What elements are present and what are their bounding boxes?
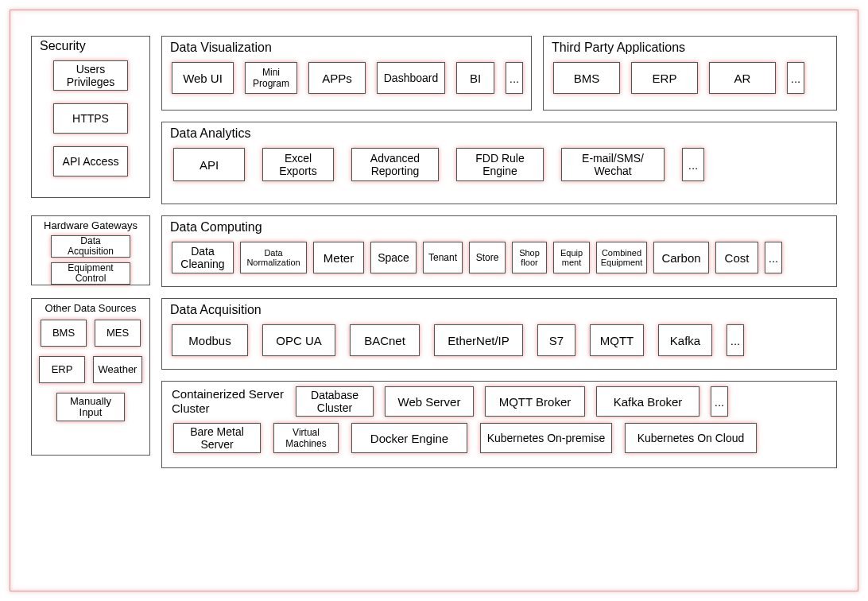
ods-manually-input: Manually Input	[56, 393, 125, 421]
dc-equipment: Equip ment	[553, 242, 590, 273]
viz-web-ui: Web UI	[172, 62, 234, 94]
sc-k8s-cloud: Kubernetes On Cloud	[625, 423, 757, 453]
daq-kafka: Kafka	[658, 324, 712, 356]
tp-more: ...	[787, 62, 804, 94]
sc-kafka-broker: Kafka Broker	[596, 386, 699, 417]
sc-docker-engine: Docker Engine	[351, 423, 467, 453]
viz-bi: BI	[456, 62, 494, 94]
dc-store: Store	[469, 242, 506, 273]
dc-more: ...	[765, 242, 782, 273]
dc-space: Space	[370, 242, 417, 273]
security-https: HTTPS	[53, 103, 128, 134]
server-cluster-panel: Containerized Server Cluster Database Cl…	[161, 381, 837, 468]
da-fdd: FDD Rule Engine	[456, 148, 544, 181]
security-api-access: API Access	[53, 146, 128, 176]
ods-bms: BMS	[41, 320, 87, 347]
ods-erp: ERP	[39, 356, 85, 383]
daq-modbus: Modbus	[172, 324, 248, 356]
ods-mes: MES	[95, 320, 141, 347]
data-visualization-title: Data Visualization	[170, 40, 525, 56]
third-party-title: Third Party Applications	[552, 40, 830, 56]
sc-database-cluster: Database Cluster	[296, 386, 374, 417]
other-data-sources-title: Other Data Sources	[37, 302, 145, 315]
architecture-diagram: Security Users Privileges HTTPS API Acce…	[10, 10, 858, 591]
dc-meter: Meter	[313, 242, 364, 273]
da-reporting: Advanced Reporting	[351, 148, 439, 181]
da-email-sms: E-mail/SMS/ Wechat	[561, 148, 665, 181]
right-top-group: Data Visualization Web UI Mini Program A…	[161, 36, 837, 204]
server-cluster-title: Containerized Server Cluster	[170, 387, 285, 416]
ods-weather: Weather	[93, 356, 142, 383]
hw-data-acquisition: Data Acquisition	[51, 235, 130, 258]
security-users-privileges: Users Privileges	[53, 60, 128, 91]
sc-k8s-onprem: Kubernetes On-premise	[480, 423, 612, 453]
data-acquisition-title: Data Acquisition	[170, 302, 830, 318]
dc-cost: Cost	[715, 242, 758, 273]
tp-erp: ERP	[631, 62, 698, 94]
daq-ethernet-ip: EtherNet/IP	[434, 324, 523, 356]
hardware-gateways-title: Hardware Gateways	[37, 219, 145, 232]
data-analytics-panel: Data Analytics API Excel Exports Advance…	[161, 122, 837, 204]
third-party-panel: Third Party Applications BMS ERP AR ...	[543, 36, 837, 111]
hw-equipment-control: Equipment Control	[51, 262, 130, 285]
data-computing-panel: Data Computing Data Cleaning Data Normal…	[161, 215, 837, 287]
da-more: ...	[682, 148, 704, 181]
tp-bms: BMS	[553, 62, 620, 94]
dc-shop-floor: Shop floor	[512, 242, 547, 273]
daq-mqtt: MQTT	[590, 324, 644, 356]
data-visualization-panel: Data Visualization Web UI Mini Program A…	[161, 36, 532, 111]
daq-bacnet: BACnet	[350, 324, 420, 356]
sc-web-server: Web Server	[385, 386, 474, 417]
viz-more: ...	[506, 62, 523, 94]
daq-more: ...	[727, 324, 744, 356]
da-excel: Excel Exports	[262, 148, 334, 181]
daq-s7: S7	[537, 324, 575, 356]
data-acquisition-panel: Data Acquisition Modbus OPC UA BACnet Et…	[161, 298, 837, 370]
sc-virtual-machines: Virtual Machines	[273, 423, 339, 453]
security-title: Security	[40, 38, 143, 54]
other-data-sources-panel: Other Data Sources BMS MES ERP Weather M…	[31, 298, 150, 456]
hardware-gateways-panel: Hardware Gateways Data Acquisition Equip…	[31, 215, 150, 285]
right-bottom-group: Data Acquisition Modbus OPC UA BACnet Et…	[161, 298, 837, 468]
dc-data-cleaning: Data Cleaning	[172, 242, 234, 273]
sc-mqtt-broker: MQTT Broker	[485, 386, 585, 417]
dc-combined-equipment: Combined Equipment	[596, 242, 647, 273]
dc-tenant: Tenant	[423, 242, 463, 273]
viz-dashboard: Dashboard	[377, 62, 445, 94]
data-computing-title: Data Computing	[170, 219, 830, 235]
viz-apps: APPs	[308, 62, 366, 94]
da-api: API	[173, 148, 245, 181]
dc-data-normalization: Data Normalization	[240, 242, 307, 273]
data-analytics-title: Data Analytics	[170, 126, 830, 142]
sc-more: ...	[711, 386, 728, 417]
daq-opc-ua: OPC UA	[262, 324, 335, 356]
security-panel: Security Users Privileges HTTPS API Acce…	[31, 36, 150, 198]
tp-ar: AR	[709, 62, 776, 94]
sc-bare-metal: Bare Metal Server	[173, 423, 261, 453]
dc-carbon: Carbon	[653, 242, 709, 273]
viz-mini-program: Mini Program	[245, 62, 297, 94]
